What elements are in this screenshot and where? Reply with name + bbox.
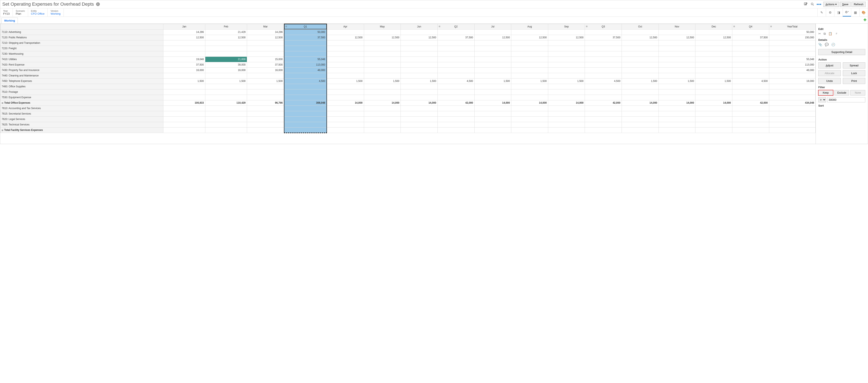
pencil-icon[interactable]: ✎	[817, 8, 826, 16]
row-header[interactable]: 7220: Freight	[0, 46, 163, 51]
grid-cell[interactable]	[769, 89, 815, 95]
grid-cell[interactable]	[511, 67, 548, 73]
grid-cell[interactable]: 50,000	[769, 29, 815, 35]
grid-cell[interactable]: 14,000	[364, 100, 401, 106]
grid-cell[interactable]	[474, 57, 511, 62]
grid-cell[interactable]	[474, 62, 511, 67]
grid-cell[interactable]: 12,500	[163, 35, 205, 40]
grid-cell[interactable]: 12,500	[658, 35, 695, 40]
grid-cell[interactable]	[437, 95, 474, 100]
grid-cell[interactable]	[205, 40, 247, 46]
grid-cell[interactable]	[327, 122, 364, 127]
grid-cell[interactable]	[364, 73, 401, 78]
grid-cell[interactable]	[511, 51, 548, 57]
grid-cell[interactable]	[548, 111, 585, 116]
grid-cell[interactable]: 14,000	[548, 100, 585, 106]
grid-cell[interactable]	[401, 62, 438, 67]
grid-cell[interactable]	[658, 29, 695, 35]
col-header[interactable]: Q3	[585, 24, 622, 29]
grid-cell[interactable]	[474, 84, 511, 89]
row-header[interactable]: Total Facility Services Expenses	[0, 127, 163, 133]
grid-cell[interactable]: 150,000	[769, 35, 815, 40]
grid-cell[interactable]: 37,500	[437, 35, 474, 40]
grid-cell[interactable]	[769, 51, 815, 57]
grid-cell[interactable]	[695, 95, 732, 100]
grid-cell[interactable]	[658, 106, 695, 111]
grid-cell[interactable]	[205, 127, 247, 133]
grid-cell[interactable]	[658, 46, 695, 51]
grid-cell[interactable]	[695, 116, 732, 122]
attachment-icon[interactable]: 📎	[818, 43, 822, 46]
grid-cell[interactable]	[163, 116, 205, 122]
grid-cell[interactable]	[205, 46, 247, 51]
grid-cell[interactable]	[364, 46, 401, 51]
grid-cell[interactable]	[474, 67, 511, 73]
grid-cell[interactable]: 38,000	[205, 62, 247, 67]
grid-cell[interactable]	[622, 73, 659, 78]
refresh-button[interactable]: Refresh	[851, 2, 866, 7]
grid-cell[interactable]	[511, 46, 548, 51]
grid-cell[interactable]	[511, 62, 548, 67]
grid-cell[interactable]	[474, 111, 511, 116]
grid-cell[interactable]	[769, 95, 815, 100]
grid-cell[interactable]	[474, 51, 511, 57]
gear-icon[interactable]: ⚙	[826, 8, 834, 16]
grid-cell[interactable]	[695, 122, 732, 127]
grid-cell[interactable]	[474, 95, 511, 100]
grid-cell[interactable]	[548, 51, 585, 57]
grid-cell[interactable]	[622, 116, 659, 122]
grid-cell[interactable]	[437, 127, 474, 133]
grid-cell[interactable]: 14,000	[474, 100, 511, 106]
col-header[interactable]: Q2	[437, 24, 474, 29]
grid-cell[interactable]	[658, 111, 695, 116]
grid-cell[interactable]	[437, 40, 474, 46]
grid-cell[interactable]	[695, 73, 732, 78]
grid-cell[interactable]	[401, 89, 438, 95]
row-header[interactable]: 7610: Accounting and Tax Services	[0, 106, 163, 111]
grid-cell[interactable]	[732, 29, 769, 35]
grid-cell[interactable]	[658, 95, 695, 100]
grid-cell[interactable]: 12,500	[247, 35, 284, 40]
grid-cell[interactable]	[732, 62, 769, 67]
panel-toggle-icon[interactable]: ◨	[834, 8, 843, 16]
grid-cell[interactable]: 1,500	[163, 78, 205, 84]
grid-cell[interactable]	[247, 95, 284, 100]
grid-cell[interactable]: 1,500	[364, 78, 401, 84]
grid-cell[interactable]	[769, 116, 815, 122]
grid-cell[interactable]	[474, 127, 511, 133]
grid-cell[interactable]	[658, 122, 695, 127]
grid-cell[interactable]	[437, 73, 474, 78]
grid-cell[interactable]: 15,000	[247, 57, 284, 62]
grid-cell[interactable]	[585, 111, 622, 116]
grid-cell[interactable]	[695, 84, 732, 89]
grid-cell[interactable]: 434,048	[769, 100, 815, 106]
col-header[interactable]: Oct	[622, 24, 659, 29]
data-panel-icon[interactable]: ⚙ᐩ	[843, 8, 851, 16]
grid-cell[interactable]	[327, 46, 364, 51]
col-header[interactable]: Jun	[401, 24, 438, 29]
grid-cell[interactable]	[284, 122, 327, 127]
grid-cell[interactable]	[437, 106, 474, 111]
info-icon[interactable]: i	[96, 2, 100, 6]
grid-cell[interactable]	[247, 73, 284, 78]
grid-cell[interactable]	[695, 89, 732, 95]
grid-cell[interactable]	[695, 111, 732, 116]
grid-cell[interactable]	[585, 51, 622, 57]
grid-cell[interactable]	[732, 89, 769, 95]
grid-cell[interactable]: 12,500	[364, 35, 401, 40]
grid-cell[interactable]	[401, 67, 438, 73]
grid-cell[interactable]	[327, 89, 364, 95]
grid-cell[interactable]: 21,429	[205, 29, 247, 35]
row-header[interactable]: 7420: Rent Expense	[0, 62, 163, 67]
grid-cell[interactable]	[284, 46, 327, 51]
row-header[interactable]: 7210: Shipping and Transportation	[0, 40, 163, 46]
grid-cell[interactable]	[548, 89, 585, 95]
comment-icon[interactable]: 💬	[825, 43, 829, 46]
grid-cell[interactable]	[247, 46, 284, 51]
grid-cell[interactable]	[163, 51, 205, 57]
grid-cell[interactable]	[622, 95, 659, 100]
grid-cell[interactable]	[327, 106, 364, 111]
grid-cell[interactable]	[327, 51, 364, 57]
grid-cell[interactable]	[247, 51, 284, 57]
grid-cell[interactable]: 16,000	[163, 67, 205, 73]
